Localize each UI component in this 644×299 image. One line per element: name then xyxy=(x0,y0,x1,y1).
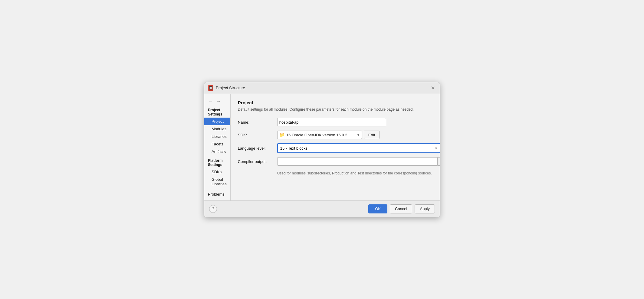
project-settings-header: Project Settings xyxy=(204,106,230,118)
sdk-label: SDK: xyxy=(238,133,277,137)
compiler-browse-button[interactable]: 📂 xyxy=(438,157,440,166)
section-title: Project xyxy=(238,100,440,105)
forward-button[interactable]: → xyxy=(215,98,222,104)
cancel-button[interactable]: Cancel xyxy=(390,204,412,213)
nav-controls: ← → xyxy=(204,96,230,106)
name-row: Name: xyxy=(238,118,440,126)
compiler-output-controls: 📂 xyxy=(277,157,440,166)
close-button[interactable]: ✕ xyxy=(429,85,436,91)
sidebar-item-libraries[interactable]: Libraries xyxy=(204,133,230,140)
dialog-title: Project Structure xyxy=(216,86,245,90)
sidebar-item-global-libraries[interactable]: Global Libraries xyxy=(204,176,230,188)
sdk-row: SDK: 📁 15 Oracle OpenJDK version 15.0.2 … xyxy=(238,131,440,139)
sidebar-item-modules[interactable]: Modules xyxy=(204,125,230,133)
platform-settings-header: Platform Settings xyxy=(204,155,230,168)
app-icon: 🔲 xyxy=(208,85,213,91)
compiler-output-row: Compiler output: 📂 xyxy=(238,157,440,166)
sdk-dropdown[interactable]: 📁 15 Oracle OpenJDK version 15.0.2 ▼ xyxy=(277,131,362,139)
language-level-dropdown[interactable]: 15 - Text blocks ▼ xyxy=(277,143,440,153)
language-level-arrow: ▼ xyxy=(435,147,438,150)
sidebar-item-facets[interactable]: Facets xyxy=(204,140,230,148)
back-button[interactable]: ← xyxy=(207,98,214,104)
sidebar-item-artifacts[interactable]: Artifacts xyxy=(204,148,230,155)
sidebar-item-sdks[interactable]: SDKs xyxy=(204,168,230,176)
title-bar-left: 🔲 Project Structure xyxy=(208,85,245,91)
language-level-label: Language level: xyxy=(238,146,277,151)
sdk-folder-icon: 📁 xyxy=(279,132,284,137)
name-input[interactable] xyxy=(277,118,386,126)
language-level-row: Language level: 15 - Text blocks ▼ xyxy=(238,143,440,153)
compiler-output-label: Compiler output: xyxy=(238,159,277,164)
project-structure-dialog: 🔲 Project Structure ✕ ← → Project Settin… xyxy=(204,82,440,217)
sidebar-item-problems[interactable]: Problems xyxy=(204,189,230,198)
sdk-dropdown-arrow: ▼ xyxy=(357,133,360,137)
sidebar: ← → Project Settings Project Modules Lib… xyxy=(204,94,231,200)
dialog-body: ← → Project Settings Project Modules Lib… xyxy=(204,94,440,200)
sdk-dropdown-text: 📁 15 Oracle OpenJDK version 15.0.2 xyxy=(279,132,347,137)
ok-button[interactable]: OK xyxy=(368,204,387,213)
language-level-value: 15 - Text blocks xyxy=(280,146,307,151)
compiler-output-input[interactable] xyxy=(277,157,438,166)
footer-left: ? xyxy=(209,205,366,213)
dialog-footer: ? OK Cancel Apply xyxy=(204,200,440,217)
name-label: Name: xyxy=(238,120,277,125)
main-content: Project Default settings for all modules… xyxy=(231,94,440,200)
apply-button[interactable]: Apply xyxy=(415,204,435,213)
sdk-controls: 📁 15 Oracle OpenJDK version 15.0.2 ▼ Edi… xyxy=(277,131,380,139)
help-button[interactable]: ? xyxy=(209,205,217,213)
compiler-description: Used for modules' subdirectories, Produc… xyxy=(277,171,440,175)
title-bar: 🔲 Project Structure ✕ xyxy=(204,82,440,94)
section-description: Default settings for all modules. Config… xyxy=(238,107,440,112)
sidebar-item-project[interactable]: Project xyxy=(204,118,230,125)
sdk-edit-button[interactable]: Edit xyxy=(364,131,380,139)
